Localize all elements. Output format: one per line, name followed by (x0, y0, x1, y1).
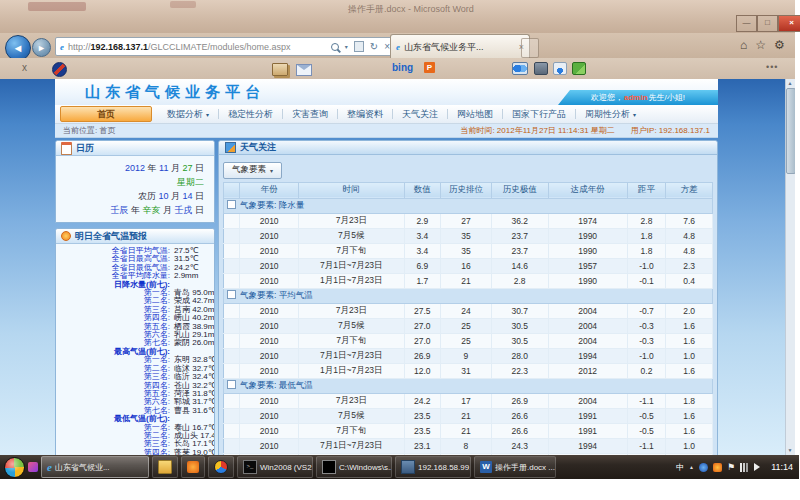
element-dropdown-button[interactable]: 气象要素 ▾ (223, 162, 282, 179)
nav-item-7[interactable]: 国家下行产品 (503, 109, 576, 119)
expand-icon[interactable] (227, 200, 236, 209)
nav-item-3[interactable]: 灾害查询 (283, 109, 338, 119)
column-year: 年份 (240, 182, 299, 198)
home-icon[interactable]: ⌂ (740, 38, 747, 52)
nav-item-5[interactable]: 天气关注 (393, 109, 448, 119)
expand-icon[interactable] (227, 380, 236, 389)
table-row[interactable]: 20107月5候23.52126.61991-0.51.6 (224, 408, 713, 423)
taskbar-button-vm[interactable]: >_ Win2008 (VS2... (237, 456, 313, 478)
taskbar-button-climate-platform[interactable]: e 山东省气候业... (41, 456, 149, 478)
address-bar[interactable]: e http://192.168.137.1/GLCCLIMATE/module… (55, 37, 395, 56)
table-row[interactable]: 20107月1日~7月23日6.91614.61957-1.02.3 (224, 258, 713, 273)
forward-button[interactable]: ► (32, 38, 51, 57)
table-row[interactable]: 20107月1日~7月23日26.9928.01994-1.01.0 (224, 348, 713, 363)
taskbar-button-label: Win2008 (VS2... (260, 463, 313, 472)
nav-item-4[interactable]: 整编资料 (338, 109, 393, 119)
chevron-down-icon: ▾ (633, 111, 636, 118)
data-table: 年份 时间 数值 历史排位 历史极值 达成年份 距平 方差 (223, 182, 713, 456)
minimize-button[interactable]: — (736, 15, 757, 32)
section-header-row[interactable]: 气象要素: 最低气温 (224, 378, 713, 393)
table-row[interactable]: 20107月下旬23.52126.61991-0.51.6 (224, 423, 713, 438)
table-row[interactable]: 20101月1日~7月23日12.03122.320120.21.6 (224, 363, 713, 378)
table-row[interactable]: 20107月下旬3.43523.719901.84.8 (224, 243, 713, 258)
table-row[interactable]: 20107月23日24.21726.92004-1.11.8 (224, 393, 713, 408)
weather-watch-panel: 天气关注 气象要素 ▾ (218, 140, 718, 455)
column-expand (224, 182, 240, 198)
table-row[interactable]: 20101月1日~7月23日1.7212.81990-0.10.4 (224, 273, 713, 288)
more-options-dots[interactable]: ••• (766, 62, 778, 72)
close-button[interactable]: × (778, 15, 800, 32)
nav-item-2[interactable]: 稳定性分析 (219, 109, 283, 119)
search-icon[interactable] (331, 43, 339, 51)
nav-item-0[interactable]: 首页 (60, 106, 152, 122)
welcome-username: admin (624, 93, 648, 102)
cards-icon[interactable] (272, 63, 288, 76)
tab-favicon: e (396, 42, 400, 52)
bing-badge-icon[interactable]: P (424, 62, 435, 73)
tray-flame-icon[interactable] (713, 463, 722, 472)
tray-blue-icon[interactable] (699, 463, 708, 472)
forecast-body: 全省日平均气温:27.5℃全省日最高气温:31.5℃全省日最低气温:24.2℃全… (56, 244, 214, 455)
volume-icon[interactable] (754, 463, 764, 471)
taskbar-button-orange-app[interactable] (181, 456, 205, 478)
clock[interactable]: 11:14 (771, 462, 793, 472)
action-center-flag-icon[interactable]: ⚑ (727, 463, 735, 472)
panel-title: 天气关注 (240, 141, 276, 154)
taskbar-button-explorer[interactable] (152, 456, 178, 478)
input-method-indicator[interactable]: 中 (676, 462, 684, 473)
toolbar-close-icon[interactable]: x (22, 62, 27, 73)
taskbar-button-remote[interactable]: 192.168.58.99... (395, 456, 471, 478)
background-window-titlebar: 操作手册.docx - Microsoft Word — □ × (0, 0, 795, 33)
refresh-icon[interactable]: ↻ (370, 42, 378, 52)
maximize-button[interactable]: □ (757, 15, 778, 32)
scroll-up-arrow[interactable]: ▲ (786, 79, 794, 88)
hidden-icons-chevron[interactable]: ▲ (689, 464, 694, 470)
camera-icon[interactable] (534, 62, 548, 75)
site-header: 山东省气候业务平台 欢迎您，admin 先生/小姐! (55, 79, 718, 105)
screen: 操作手册.docx - Microsoft Word — □ × ◄ ► e h… (0, 0, 800, 500)
compatibility-view-icon[interactable] (354, 41, 364, 52)
column-time: 时间 (299, 182, 405, 198)
table-row[interactable]: 20107月1日~7月23日23.1824.31994-1.11.0 (224, 438, 713, 453)
scrollbar-thumb[interactable] (786, 88, 795, 174)
favorites-star-icon[interactable]: ☆ (755, 38, 766, 52)
network-icon[interactable] (740, 463, 749, 472)
tab-title: 山东省气候业务平... (404, 41, 484, 54)
nav-item-1[interactable]: 数据分析▾ (158, 109, 219, 119)
breadcrumb: 当前位置: 首页 (63, 125, 115, 136)
section-header-row[interactable]: 气象要素: 降水量 (224, 198, 713, 213)
browser-tab[interactable]: e 山东省气候业务平... × (390, 34, 530, 59)
section-header-row[interactable]: 气象要素: 平均气温 (224, 288, 713, 303)
antenna-icon[interactable] (553, 62, 567, 75)
cmd-icon (322, 460, 336, 474)
nav-item-8[interactable]: 周期性分析▾ (576, 109, 645, 119)
chevron-down-icon: ▾ (270, 167, 273, 174)
table-row[interactable]: 20107月23日27.52430.72004-0.72.0 (224, 303, 713, 318)
addon-logo-icon[interactable] (52, 62, 67, 77)
window-controls: — □ × (736, 15, 800, 32)
envelope-icon[interactable] (296, 64, 312, 76)
tools-gear-icon[interactable]: ⚙ (774, 38, 785, 52)
table-row[interactable]: 20107月5候27.02530.52004-0.31.6 (224, 318, 713, 333)
taskbar-button-word[interactable]: W 操作手册.docx ... (474, 456, 556, 478)
taskbar-button-ball-app[interactable] (208, 456, 234, 478)
calendar-title: 日历 (76, 142, 94, 155)
search-dropdown-icon[interactable]: ▾ (345, 43, 348, 50)
taskbar-button-label: 山东省气候业... (55, 462, 110, 473)
nav-item-6[interactable]: 网站地图 (448, 109, 503, 119)
table-row[interactable]: 20107月5候3.43523.719901.84.8 (224, 228, 713, 243)
new-tab-button[interactable] (521, 38, 539, 58)
scroll-down-arrow[interactable]: ▼ (786, 446, 794, 455)
table-row[interactable]: 20107月23日2.92736.219742.87.6 (224, 213, 713, 228)
page-scrollbar[interactable]: ▲ ▼ (785, 79, 795, 455)
expand-icon[interactable] (227, 290, 236, 299)
taskbar-button-cmd[interactable]: C:\Windows\s... (316, 456, 392, 478)
table-header-row: 年份 时间 数值 历史排位 历史极值 达成年份 距平 方差 (224, 182, 713, 198)
table-row[interactable]: 20107月下旬27.02530.52004-0.31.6 (224, 333, 713, 348)
start-button[interactable] (4, 457, 25, 478)
column-record-year: 达成年份 (548, 182, 627, 198)
twin-circles-icon[interactable] (512, 62, 528, 75)
pinned-app-icon[interactable] (28, 462, 38, 472)
bing-logo[interactable]: bing (392, 62, 413, 73)
green-widget-icon[interactable] (572, 62, 586, 75)
